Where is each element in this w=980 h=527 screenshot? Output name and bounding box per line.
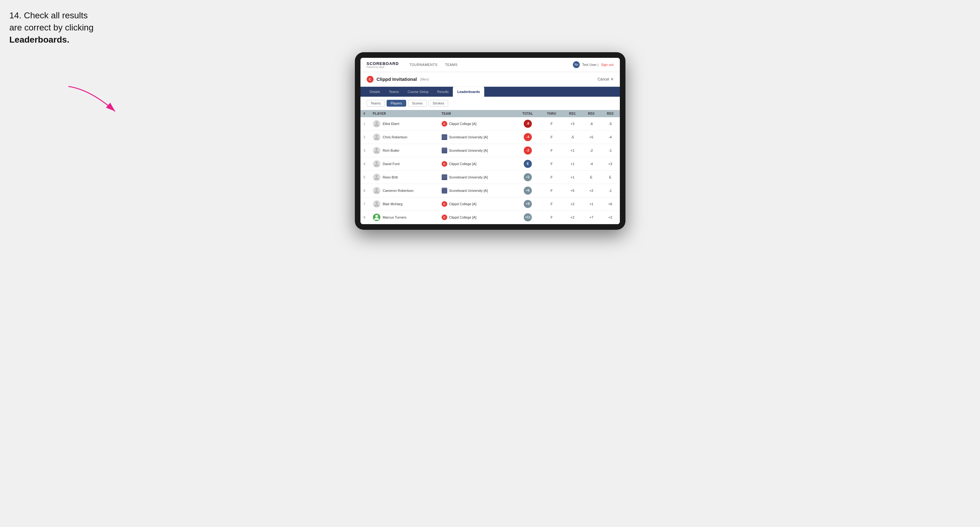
svg-point-3 [375,148,378,151]
table-row: 2Chris RobertsonScoreboard University [A… [361,130,620,144]
cell-total: E [515,157,540,170]
cell-rd3: -5 [601,117,620,130]
filter-teams[interactable]: Teams [367,100,385,106]
cell-team: CClippd College [A] [439,197,515,211]
cell-thru: F [540,144,563,157]
team-logo-clippd: C [442,161,447,167]
table-row: 5Rees BrittScoreboard University [A]+1F+… [361,170,620,184]
cell-rd1: +1 [563,170,582,184]
tab-teams[interactable]: Teams [384,87,403,97]
team-logo-scoreboard [442,188,447,194]
nav-bar: SCOREBOARD Powered by clippd TOURNAMENTS… [361,58,620,72]
cell-rank: 2 [361,130,370,144]
leaderboard-table: # PLAYER TEAM TOTAL THRU RD1 RD2 RD3 1El… [361,110,620,224]
cell-team: CClippd College [A] [439,157,515,170]
col-team: TEAM [439,110,515,117]
table-row: 7Blair McHargCClippd College [A]+9F+2+1+… [361,197,620,211]
tab-leaderboards[interactable]: Leaderboards [453,87,484,97]
cell-rd2: -6 [582,117,601,130]
nav-right: TU Test User | Sign out [573,61,614,68]
filter-players[interactable]: Players [387,100,406,106]
team-name: Scoreboard University [A] [449,175,488,179]
cell-player: Cameron Robertson [370,184,439,197]
svg-point-8 [375,215,378,217]
instruction-block: 14. Check all results are correct by cli… [10,10,970,46]
cell-rd3: +6 [601,197,620,211]
score-badge: +9 [524,200,532,208]
cell-total: -2 [515,144,540,157]
cell-rank: 5 [361,170,370,184]
filter-strokes[interactable]: Strokes [429,100,448,106]
cell-team: Scoreboard University [A] [439,144,515,157]
cell-rank: 8 [361,211,370,224]
filter-scores[interactable]: Scores [408,100,427,106]
player-name: Elliot Ebert [383,122,399,125]
cell-rd3: -4 [601,130,620,144]
cell-rank: 4 [361,157,370,170]
cell-rank: 3 [361,144,370,157]
tab-details[interactable]: Details [366,87,385,97]
cancel-button[interactable]: Cancel ✕ [597,77,613,81]
cell-rd1: +2 [563,211,582,224]
tab-course-setup[interactable]: Course Setup [403,87,433,97]
tablet-device: SCOREBOARD Powered by clippd TOURNAMENTS… [355,52,625,230]
cell-rank: 7 [361,197,370,211]
score-badge: +1 [524,173,532,181]
team-name: Scoreboard University [A] [449,149,488,152]
cell-rd2: +1 [582,197,601,211]
cell-rd2: +5 [582,130,601,144]
cell-player: Chris Robertson [370,130,439,144]
tabs-bar: Details Teams Course Setup Results Leade… [361,87,620,97]
instruction-bold: Leaderboards. [10,35,69,44]
close-icon: ✕ [611,77,614,81]
col-rank: # [361,110,370,117]
cell-rd3: E [601,170,620,184]
cell-rank: 1 [361,117,370,130]
team-logo-scoreboard [442,148,447,153]
cell-rd2: +7 [582,211,601,224]
cell-player: Elliot Ebert [370,117,439,130]
team-logo-scoreboard [442,134,447,140]
table-row: 4David FordCClippd College [A]EF+1-4+3 [361,157,620,170]
cell-rd1: +1 [563,157,582,170]
logo-title: SCOREBOARD [367,61,399,66]
team-name: Scoreboard University [A] [449,135,488,139]
cell-thru: F [540,211,563,224]
filter-bar: Teams Players Scores Strokes [361,97,620,110]
score-badge: +6 [524,187,532,195]
cell-total: +9 [515,197,540,211]
cell-total: +1 [515,170,540,184]
svg-point-2 [375,135,378,137]
sign-out-link[interactable]: Sign out [601,63,613,67]
col-rd2: RD2 [582,110,601,117]
cell-rd1: +2 [563,197,582,211]
svg-point-5 [375,175,378,177]
nav-links: TOURNAMENTS TEAMS [406,62,573,68]
cell-rd3: +3 [601,157,620,170]
player-name: Rees Britt [383,175,398,179]
cell-thru: F [540,157,563,170]
instruction-line2: are correct by clicking [10,23,94,32]
team-name: Clippd College [A] [449,216,476,219]
cell-thru: F [540,117,563,130]
score-badge: -4 [524,133,532,141]
team-logo-scoreboard [442,175,447,180]
cell-total: -8 [515,117,540,130]
tab-results[interactable]: Results [433,87,453,97]
table-row: 3Rich ButlerScoreboard University [A]-2F… [361,144,620,157]
cell-rd1: -5 [563,130,582,144]
tournament-title-row: C Clippd Invitational (Men) [367,76,429,83]
team-logo-clippd: C [442,121,447,127]
cell-rd3: -1 [601,184,620,197]
nav-tournaments[interactable]: TOURNAMENTS [406,62,441,68]
score-badge: +11 [524,213,532,221]
nav-teams[interactable]: TEAMS [442,62,461,68]
col-total: TOTAL [515,110,540,117]
svg-point-1 [375,121,378,124]
tournament-header: C Clippd Invitational (Men) Cancel ✕ [361,72,620,87]
player-name: Marcus Turners [383,216,406,219]
logo-subtitle: Powered by clippd [367,66,399,68]
cell-thru: F [540,184,563,197]
player-name: Cameron Robertson [383,189,414,192]
team-name: Clippd College [A] [449,162,476,166]
